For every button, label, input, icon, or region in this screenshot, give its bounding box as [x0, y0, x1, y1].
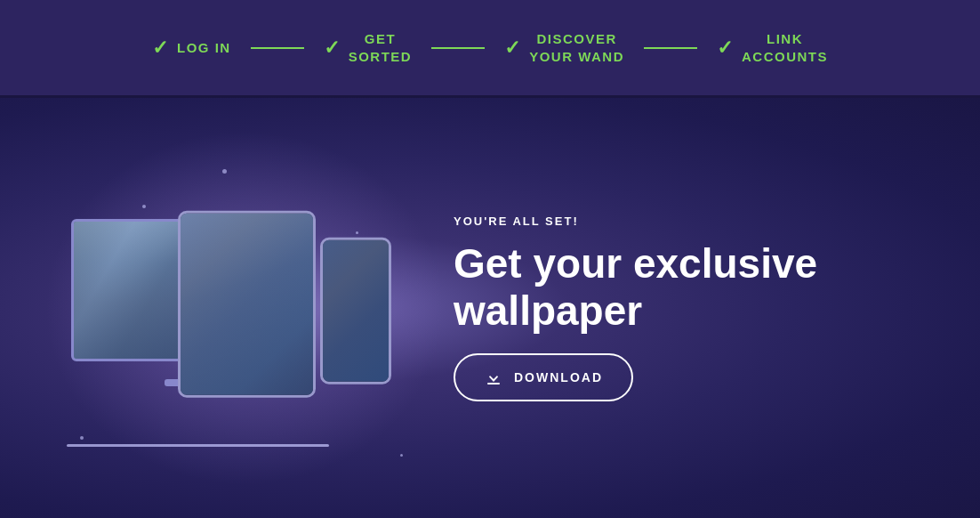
check-icon-link-accounts: ✓	[717, 36, 733, 60]
content-area: YOU'RE ALL SET! Get your exclusive wallp…	[436, 214, 980, 402]
phone-screen	[323, 240, 389, 382]
check-icon-log-in: ✓	[152, 36, 168, 60]
main-content: YOU'RE ALL SET! Get your exclusive wallp…	[0, 98, 980, 518]
check-icon-discover-wand: ✓	[504, 36, 520, 60]
step-discover-wand: ✓ DISCOVERYOUR WAND	[488, 30, 640, 65]
tablet-device	[178, 211, 316, 398]
svg-rect-1	[487, 383, 500, 384]
subtitle-text: YOU'RE ALL SET!	[454, 214, 944, 228]
steps-group: ✓ LOG IN ✓ GETSORTED ✓ DISCOVERYOUR WAND…	[136, 30, 844, 65]
step-divider-1	[251, 47, 304, 49]
step-label-link-accounts: LINKACCOUNTS	[742, 30, 828, 65]
devices-illustration	[0, 98, 436, 518]
download-svg	[485, 368, 502, 386]
step-divider-2	[431, 47, 485, 49]
check-icon-get-sorted: ✓	[324, 36, 340, 60]
download-button[interactable]: DOWNLOAD	[454, 353, 633, 401]
download-button-label: DOWNLOAD	[514, 370, 603, 384]
download-icon	[484, 368, 503, 387]
header-nav: ✓ LOG IN ✓ GETSORTED ✓ DISCOVERYOUR WAND…	[0, 0, 980, 98]
step-label-log-in: LOG IN	[177, 39, 231, 57]
tablet-screen	[181, 214, 313, 395]
phone-device	[320, 238, 391, 384]
step-get-sorted: ✓ GETSORTED	[308, 30, 429, 65]
title-line2: wallpaper	[454, 287, 642, 334]
step-label-discover-wand: DISCOVERYOUR WAND	[529, 30, 624, 65]
main-title: Get your exclusive wallpaper	[454, 240, 944, 335]
step-label-get-sorted: GETSORTED	[349, 30, 413, 65]
step-link-accounts: ✓ LINKACCOUNTS	[701, 30, 844, 65]
step-log-in: ✓ LOG IN	[136, 36, 247, 60]
svg-marker-0	[489, 370, 498, 382]
title-line1: Get your exclusive	[454, 240, 817, 287]
monitor-bottom-line	[67, 444, 329, 447]
step-divider-3	[644, 47, 697, 49]
